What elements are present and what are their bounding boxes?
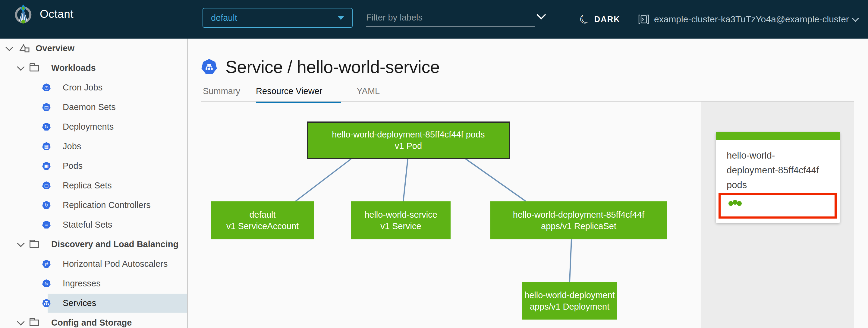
theme-toggle[interactable]: ☾ DARK [579, 0, 620, 38]
moon-icon: ☾ [577, 11, 592, 27]
sidebar-item-label: Discovery and Load Balancing [51, 239, 179, 249]
label-filter-input[interactable] [366, 9, 535, 27]
folder-icon [30, 65, 39, 71]
chevron-down-icon[interactable] [17, 239, 24, 247]
sidebar-item-label: Stateful Sets [63, 220, 112, 230]
sidebar-item-replica-sets[interactable]: ▢ Replica Sets [0, 176, 187, 196]
sidebar-item-daemon-sets[interactable]: ▤ Daemon Sets [0, 97, 187, 117]
sidebar-item-stateful-sets[interactable]: ≡ Stateful Sets [0, 215, 187, 235]
sidebar-item-label: Ingresses [63, 278, 101, 289]
sidebar-item-cron-jobs[interactable]: ◷ Cron Jobs [0, 78, 187, 97]
pod-icon: ▣ [42, 162, 51, 170]
sidebar-item-config-and-storage[interactable]: Config and Storage [0, 313, 187, 328]
sidebar-item-label: Cron Jobs [63, 83, 102, 93]
sidebar-item-label: Workloads [51, 63, 96, 73]
sidebar-item-label: Pods [63, 161, 83, 171]
graph-node-pod[interactable]: hello-world-deployment-85ff4cf44f pods v… [307, 121, 510, 159]
ingress-icon: ⇋ [42, 279, 51, 288]
node-sublabel: apps/v1 ReplicaSet [541, 220, 616, 232]
node-sublabel: apps/v1 Deployment [530, 301, 610, 312]
sidebar-item-label: Config and Storage [51, 318, 132, 328]
sidebar-item-label: Replica Sets [63, 181, 112, 190]
node-sublabel: v1 Service [380, 220, 421, 232]
card-status-bar [716, 132, 840, 140]
pod-status-highlight-box [718, 193, 837, 218]
chevron-down-icon[interactable] [17, 63, 24, 70]
sidebar-item-deployments[interactable]: ↻ Deployments [0, 117, 187, 137]
sidebar-item-jobs[interactable]: ▦ Jobs [0, 137, 187, 156]
chevron-down-icon [852, 15, 859, 22]
sidebar-item-horizontal-pod-autoscalers[interactable]: ⇄ Horizontal Pod Autoscalers [0, 254, 187, 274]
service-icon [201, 59, 217, 75]
card-title: hello-world-deployment-85ff4cf44f pods [716, 140, 820, 192]
brand: Octant [13, 4, 73, 24]
sidebar-item-label: Horizontal Pod Autoscalers [63, 259, 167, 269]
chevron-down-icon[interactable] [5, 43, 13, 51]
graph-node-serviceaccount[interactable]: default v1 ServiceAccount [211, 201, 314, 239]
folder-icon [30, 320, 39, 326]
pod-status-dots[interactable] [728, 201, 741, 206]
detail-panel: hello-world-deployment-85ff4cf44f pods [701, 101, 854, 328]
replicaset-icon: ▢ [42, 181, 51, 190]
node-sublabel: v1 Pod [395, 140, 422, 152]
daemonset-icon: ▤ [42, 103, 51, 112]
folder-icon [30, 241, 39, 248]
namespace-dropdown[interactable]: default [203, 8, 352, 28]
app-header: Octant default ☾ DARK example-cluster-ka… [0, 0, 868, 38]
namespace-value: default [211, 13, 338, 23]
sidebar-item-replication-controllers[interactable]: ↻ Replication Controllers [0, 196, 187, 215]
tab-bar: Summary Resource Viewer YAML [203, 86, 396, 103]
octant-app: Octant default ☾ DARK example-cluster-ka… [0, 0, 868, 328]
sidebar-item-ingresses[interactable]: ⇋ Ingresses [0, 274, 187, 293]
pod-status-dot[interactable] [733, 200, 738, 205]
pod-status-dot[interactable] [737, 201, 742, 206]
page-title: Service / hello-world-service [201, 57, 440, 77]
job-icon: ▦ [42, 142, 51, 151]
sidebar-item-label: Overview [36, 43, 74, 53]
node-sublabel: v1 ServiceAccount [226, 220, 299, 232]
main-content: Service / hello-world-service Summary Re… [188, 38, 868, 328]
chevron-down-icon[interactable] [536, 10, 546, 19]
tab-resource-viewer[interactable]: Resource Viewer [256, 86, 341, 103]
sidebar-item-workloads[interactable]: Workloads [0, 58, 187, 78]
statefulset-icon: ≡ [42, 221, 51, 229]
sidebar-item-label: Jobs [63, 141, 81, 151]
deployment-icon: ↻ [42, 123, 51, 131]
sidebar-item-label: Services [63, 298, 96, 308]
graph-node-service[interactable]: hello-world-service v1 Service [351, 201, 451, 239]
tab-summary[interactable]: Summary [203, 86, 240, 103]
cluster-context-selector[interactable]: example-cluster-ka3TuTzYo4a@example-clus… [638, 0, 859, 38]
sidebar-item-label: Replication Controllers [63, 200, 151, 210]
cronjob-icon: ◷ [42, 84, 51, 92]
sidebar-item-label: Deployments [63, 122, 114, 132]
theme-toggle-label: DARK [594, 15, 620, 24]
page-title-text: Service / hello-world-service [225, 57, 440, 77]
graph-node-deployment[interactable]: hello-world-deployment apps/v1 Deploymen… [522, 282, 617, 320]
node-label: hello-world-deployment-85ff4cf44f pods [332, 129, 485, 140]
node-label: hello-world-deployment [524, 290, 615, 301]
pod-summary-card[interactable]: hello-world-deployment-85ff4cf44f pods [716, 132, 840, 223]
sidebar-item-overview[interactable]: Overview [0, 38, 187, 58]
node-label: hello-world-service [364, 209, 437, 220]
replicationcontroller-icon: ↻ [42, 201, 51, 210]
terminal-icon [638, 14, 649, 24]
octant-logo-icon [13, 4, 33, 24]
cluster-context-label: example-cluster-ka3TuTzYo4a@example-clus… [654, 14, 849, 24]
chevron-down-icon[interactable] [17, 318, 24, 325]
sidebar-nav: Overview Workloads ◷ Cron Jobs ▤ Daemon … [0, 38, 188, 328]
label-filter [366, 9, 547, 27]
caret-down-icon [338, 16, 344, 20]
graph-node-replicaset[interactable]: hello-world-deployment-85ff4cf44f apps/v… [490, 201, 667, 239]
tab-yaml[interactable]: YAML [356, 86, 380, 103]
applications-icon [19, 44, 30, 53]
sidebar-item-services[interactable]: Services [0, 293, 187, 313]
sidebar-item-pods[interactable]: ▣ Pods [0, 156, 187, 176]
sidebar-item-discovery-and-load-balancing[interactable]: Discovery and Load Balancing [0, 235, 187, 254]
node-label: hello-world-deployment-85ff4cf44f [513, 209, 644, 220]
node-label: default [249, 209, 276, 220]
service-icon [42, 299, 51, 307]
hpa-icon: ⇄ [42, 260, 51, 268]
app-title: Octant [40, 8, 73, 21]
sidebar-item-label: Daemon Sets [63, 102, 116, 112]
